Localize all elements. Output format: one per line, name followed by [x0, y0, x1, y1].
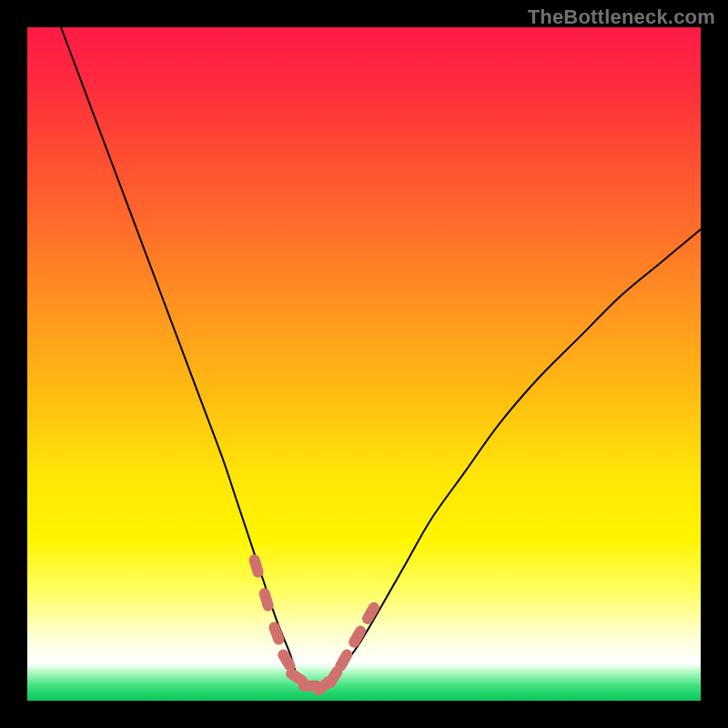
chart-stage: TheBottleneck.com: [0, 0, 728, 728]
highlight-marker: [283, 655, 289, 666]
highlight-marker: [255, 560, 258, 571]
highlight-marker: [340, 655, 347, 666]
highlight-marker: [368, 608, 374, 619]
highlight-marker: [274, 627, 278, 639]
highlight-markers: [255, 560, 374, 690]
plot-overlay: [0, 0, 728, 728]
highlight-marker: [265, 593, 268, 605]
bottleneck-curve: [61, 27, 701, 689]
highlight-marker: [291, 673, 302, 681]
highlight-marker: [354, 632, 360, 642]
watermark-text: TheBottleneck.com: [528, 5, 715, 29]
highlight-marker: [330, 672, 337, 682]
